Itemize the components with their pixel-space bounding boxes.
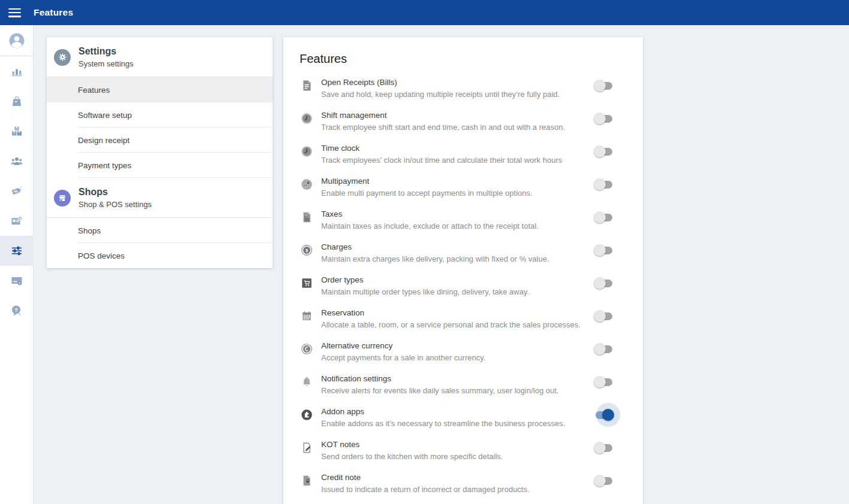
- page-title: Features: [34, 7, 73, 18]
- sidebar-item-discount-tag[interactable]: %: [0, 176, 34, 206]
- nav-item-payment-types[interactable]: Payment types: [47, 153, 273, 178]
- id-card-icon: [10, 214, 24, 228]
- nav-item-label: Shops: [78, 226, 101, 235]
- sidebar-item-help-chat[interactable]: ?: [0, 296, 34, 326]
- help-chat-icon: ?: [10, 303, 24, 318]
- sidebar-item-id-card[interactable]: [0, 206, 34, 236]
- feature-description: Allocate a table, room, or a service per…: [321, 320, 584, 329]
- nav-item-label: Features: [78, 86, 110, 95]
- dollar-circle-icon: $: [300, 243, 314, 257]
- feature-text: Open Receipts (Bills) Save and hold, kee…: [321, 78, 594, 99]
- feature-description: Receive alerts for events like daily sal…: [321, 386, 584, 395]
- nav-section-subtitle: System settings: [78, 59, 134, 68]
- nav-item-shops[interactable]: Shops: [47, 218, 273, 243]
- clock-icon: [300, 144, 314, 159]
- feature-toggle-open-receipts-bills[interactable]: [594, 80, 614, 92]
- feature-toggle-order-types[interactable]: [594, 277, 614, 289]
- sidebar-item-boxes[interactable]: [0, 116, 34, 146]
- feature-row-shift-management: Shift management Track employee shift st…: [283, 105, 643, 138]
- nav-item-software-setup[interactable]: Software setup: [47, 102, 273, 127]
- people-group-icon: [10, 154, 24, 168]
- puzzle-icon: [300, 408, 314, 422]
- sidebar-item-sliders[interactable]: [0, 236, 34, 266]
- feature-row-taxes: TAX Taxes Maintain taxes as include, exc…: [283, 204, 643, 236]
- toggle-knob: [594, 113, 606, 125]
- toggle-knob: [594, 475, 606, 487]
- nav-item-features[interactable]: Features: [47, 77, 273, 102]
- feature-toggle-credit-note[interactable]: [594, 475, 614, 487]
- nav-item-label: Software setup: [78, 111, 132, 120]
- feature-title: KOT notes: [321, 440, 584, 449]
- feature-description: Issued to indicate a return of incorrect…: [321, 485, 584, 494]
- feature-description: Track employee shift start and end time,…: [321, 123, 584, 132]
- feature-description: Maintain extra charges like delivery, pa…: [321, 254, 584, 263]
- app-header: Features: [0, 0, 849, 25]
- feature-row-credit-note: Credit note Issued to indicate a return …: [283, 467, 643, 500]
- feature-toggle-reservation[interactable]: [594, 310, 614, 322]
- feature-toggle-shift-management[interactable]: [594, 113, 614, 125]
- feature-row-alternative-currency: Alternative currency Accept payments for…: [283, 335, 643, 368]
- feature-text: Multipayment Enable multi payment to acc…: [321, 177, 594, 198]
- settings-nav-panel: Settings System settings Features Softwa…: [47, 37, 273, 268]
- nav-section-shops: Shops Shop & POS settings Shops POS devi…: [47, 178, 273, 268]
- feature-title: Time clock: [321, 144, 584, 153]
- feature-toggle-charges[interactable]: [594, 244, 614, 256]
- nav-header-text: Shops Shop & POS settings: [78, 187, 152, 209]
- feature-toggle-taxes[interactable]: [594, 211, 614, 223]
- feature-text: Charges Maintain extra charges like deli…: [321, 242, 594, 263]
- feature-row-charges: $ Charges Maintain extra charges like de…: [283, 236, 643, 269]
- svg-text:$: $: [304, 184, 306, 187]
- features-panel: Features Open Receipts (Bills) Save and …: [283, 37, 643, 504]
- sidebar-item-people-group[interactable]: [0, 146, 34, 176]
- feature-row-notification-settings: Notification settings Receive alerts for…: [283, 368, 643, 401]
- nav-section-header[interactable]: Shops Shop & POS settings: [47, 178, 273, 218]
- feature-description: Enable addons as it’s necessary to strea…: [321, 419, 584, 428]
- nav-item-pos-devices[interactable]: POS devices: [47, 243, 273, 268]
- feature-toggle-addon-apps[interactable]: [594, 409, 614, 421]
- feature-description: Accept payments for a sale in another cu…: [321, 353, 584, 362]
- feature-description: Maintain multiple order types like dinin…: [321, 287, 584, 296]
- nav-section-header[interactable]: Settings System settings: [47, 37, 273, 77]
- sidebar-item-shopping-bag[interactable]: [0, 86, 34, 116]
- feature-title: Taxes: [321, 210, 584, 218]
- nav-section-subtitle: Shop & POS settings: [78, 200, 152, 209]
- feature-title: Open Receipts (Bills): [321, 78, 584, 87]
- feature-title: Order types: [321, 275, 584, 284]
- nav-item-label: Payment types: [78, 161, 131, 170]
- nav-item-design-receipt[interactable]: Design receipt: [47, 127, 273, 153]
- cart-icon: [300, 276, 314, 290]
- feature-toggle-time-clock[interactable]: [594, 145, 614, 157]
- document-pencil-icon: [300, 441, 314, 455]
- feature-toggle-kot-notes[interactable]: [594, 442, 614, 454]
- features-panel-title: Features: [300, 52, 643, 66]
- sidebar-item-bar-chart[interactable]: [0, 56, 34, 86]
- svg-text:?: ?: [14, 307, 18, 313]
- document-icon: [300, 78, 314, 93]
- settings-nav-sections: Settings System settings Features Softwa…: [47, 37, 273, 268]
- feature-toggle-notification-settings[interactable]: [594, 376, 614, 388]
- sidebar-item-payment-card[interactable]: [0, 266, 34, 296]
- feature-text: Shift management Track employee shift st…: [321, 111, 594, 132]
- toggle-knob: [594, 277, 606, 289]
- toggle-knob: [594, 80, 606, 92]
- toggle-knob: [594, 343, 606, 355]
- feature-title: Credit note: [321, 473, 584, 482]
- sidebar-item-person[interactable]: [0, 25, 34, 56]
- toggle-knob: [594, 211, 606, 223]
- feature-text: Time clock Track employees’ clock in/out…: [321, 144, 594, 165]
- feature-row-addon-apps: Addon apps Enable addons as it’s necessa…: [283, 401, 643, 434]
- feature-toggle-multipayment[interactable]: [594, 178, 614, 190]
- feature-text: Credit note Issued to indicate a return …: [321, 473, 594, 494]
- feature-row-order-types: Order types Maintain multiple order type…: [283, 269, 643, 302]
- nav-item-label: POS devices: [78, 251, 125, 260]
- feature-title: Charges: [321, 242, 584, 251]
- menu-icon[interactable]: [8, 8, 21, 17]
- payment-card-icon: [10, 274, 24, 288]
- feature-toggle-alternative-currency[interactable]: [594, 343, 614, 355]
- feature-description: Save and hold, keep updating multiple re…: [321, 90, 584, 99]
- person-icon: [8, 32, 26, 50]
- feature-rows: Open Receipts (Bills) Save and hold, kee…: [283, 72, 643, 500]
- sidebar: % ?: [0, 25, 34, 504]
- feature-title: Addon apps: [321, 407, 584, 416]
- nav-section-settings: Settings System settings Features Softwa…: [47, 37, 273, 178]
